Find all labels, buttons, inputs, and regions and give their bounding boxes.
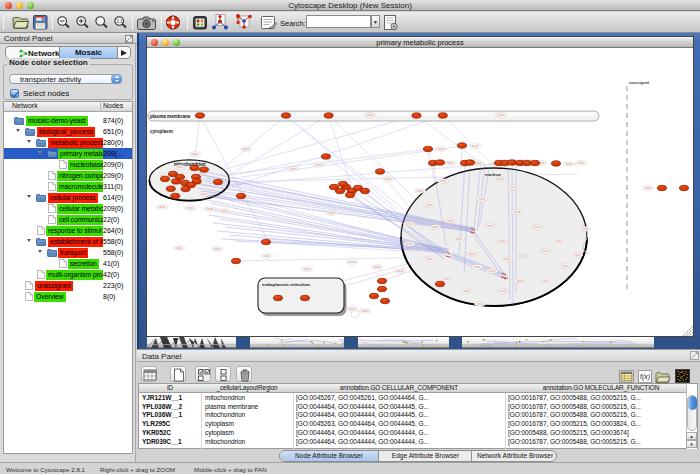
svg-text:1:1: 1:1 [117, 19, 124, 24]
svg-text:plasma membrane: plasma membrane [150, 114, 191, 119]
svg-text:endoplasmic reticulum: endoplasmic reticulum [262, 282, 310, 287]
svg-text:cytoplasm: cytoplasm [150, 129, 173, 134]
svg-text:unassigned: unassigned [629, 81, 649, 85]
